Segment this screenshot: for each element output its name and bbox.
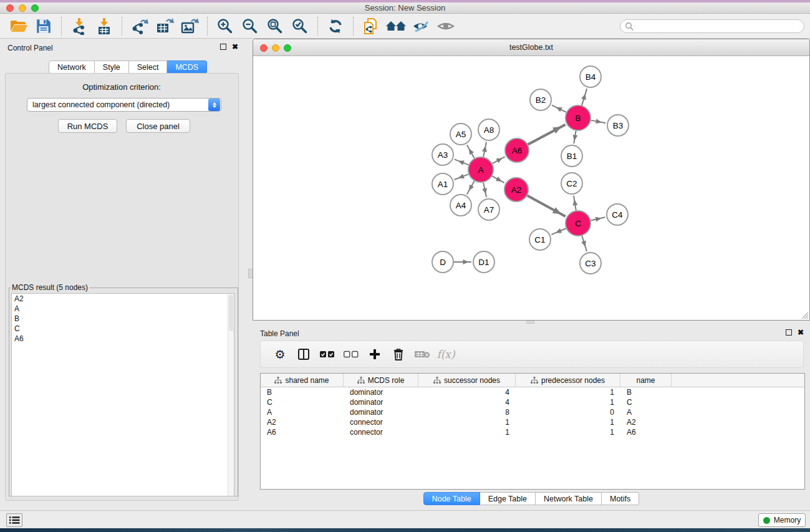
graph-node-label: A [478,165,483,175]
tab-motifs[interactable]: Motifs [602,492,639,505]
column-header-predecessor-nodes[interactable]: predecessor nodes [516,374,620,387]
table-cell[interactable]: A2 [620,417,672,427]
table-body: Bdominator41BCdominator41CAdominator80AA… [261,387,804,437]
close-panel-button[interactable]: Close panel [126,119,190,133]
mcds-result-list[interactable]: A2ABCA6 [11,293,234,496]
table-cell[interactable]: dominator [344,397,418,407]
column-header-MCDS-role[interactable]: MCDS role [344,374,418,387]
mcds-result-item[interactable]: C [12,324,234,334]
table-cell[interactable]: 1 [516,387,620,397]
save-icon[interactable] [33,16,54,37]
table-cell[interactable]: B [620,387,672,397]
table-row[interactable]: A2connector11A2 [261,417,804,427]
table-cell[interactable]: 1 [516,427,620,437]
search-field[interactable] [620,19,804,33]
tab-select[interactable]: Select [129,60,168,74]
delete-table-icon[interactable] [410,344,434,365]
toolbar-separator [353,17,354,36]
zoom-out-icon[interactable] [239,16,261,37]
import-table-icon[interactable] [94,16,115,37]
resize-grip-icon[interactable] [800,311,809,319]
add-row-icon[interactable] [363,344,387,365]
table-cell[interactable]: dominator [344,387,418,397]
export-table-icon[interactable] [154,16,175,37]
search-input[interactable] [634,21,804,32]
table-cell[interactable]: 1 [516,417,620,427]
export-image-icon[interactable] [179,16,200,37]
tab-network-table[interactable]: Network Table [536,492,602,505]
mcds-result-item[interactable]: A [12,304,234,314]
graph-node-label: A8 [484,125,494,135]
table-header-row: shared nameMCDS rolesuccessor nodesprede… [261,374,804,387]
scrollbar[interactable] [228,294,234,496]
homes-icon[interactable] [385,16,407,37]
task-history-button[interactable] [6,513,22,527]
network-graph[interactable]: B4B2BB3A5A8A6B1A3AC2A1A2A4A7C4CC1C3DD1 [253,57,809,320]
table-row[interactable]: Adominator80A [261,407,804,417]
show-column-icon[interactable] [292,344,316,365]
tab-node-table[interactable]: Node Table [423,492,480,505]
table-row[interactable]: Bdominator41B [261,387,804,397]
import-network-icon[interactable] [69,16,90,37]
mcds-result-item[interactable]: A6 [12,334,234,344]
table-cell[interactable]: C [620,397,672,407]
delete-row-icon[interactable] [387,344,410,365]
eye-visible-icon[interactable] [435,16,456,37]
table-cell[interactable]: A6 [261,427,344,437]
graph-node-label: A2 [511,185,522,195]
duplicate-network-icon[interactable] [360,16,382,37]
table-cell[interactable]: 4 [418,397,516,407]
float-panel-icon[interactable] [786,329,792,336]
column-header-successor-nodes[interactable]: successor nodes [418,374,516,387]
table-cell[interactable]: 1 [418,427,516,437]
column-header-shared-name[interactable]: shared name [261,374,344,387]
open-folder-icon[interactable] [8,16,29,37]
mcds-result-item[interactable]: B [12,314,234,324]
settings-gear-icon[interactable]: ⚙ [268,344,292,365]
table-row[interactable]: A6connector11A6 [261,427,804,437]
function-builder-icon[interactable]: f(x) [434,344,458,365]
table-cell[interactable]: 1 [418,417,516,427]
select-all-icon[interactable] [316,344,339,365]
table-cell[interactable]: 0 [516,407,620,417]
dropdown-stepper-icon [208,99,220,111]
close-panel-icon[interactable]: ✖ [232,44,238,50]
zoom-fit-icon[interactable] [264,16,286,37]
network-window-titlebar[interactable]: testGlobe.txt [253,39,809,56]
float-panel-icon[interactable] [220,44,226,50]
table-cell[interactable]: C [261,397,344,407]
network-window-title: testGlobe.txt [253,43,809,52]
refresh-icon[interactable] [325,16,346,37]
run-mcds-button[interactable]: Run MCDS [58,119,117,133]
table-cell[interactable]: B [261,387,344,397]
table-cell[interactable]: A [261,407,344,417]
table-cell[interactable]: 1 [516,397,620,407]
status-bar: Memory [0,510,810,528]
table-cell[interactable]: 8 [418,407,516,417]
network-canvas[interactable]: B4B2BB3A5A8A6B1A3AC2A1A2A4A7C4CC1C3DD1 [253,57,809,320]
column-header-name[interactable]: name [620,374,672,387]
tab-mcds[interactable]: MCDS [167,60,207,74]
table-cell[interactable]: A [620,407,672,417]
tab-network[interactable]: Network [49,60,95,74]
eye-hidden-icon[interactable] [410,16,432,37]
deselect-all-icon[interactable] [339,344,363,365]
table-cell[interactable]: connector [344,417,418,427]
tab-style[interactable]: Style [95,60,129,74]
tab-edge-table[interactable]: Edge Table [480,492,536,505]
table-row[interactable]: Cdominator41C [261,397,804,407]
close-panel-icon[interactable]: ✖ [798,329,804,336]
table-cell[interactable]: connector [344,427,418,437]
zoom-in-icon[interactable] [215,16,236,37]
table-cell[interactable]: 4 [418,387,516,397]
memory-button[interactable]: Memory [758,513,806,527]
table-cell[interactable]: A6 [620,427,672,437]
table-cell[interactable]: dominator [344,407,418,417]
graph-node-label: B2 [536,95,546,105]
table-cell[interactable]: A2 [261,417,344,427]
criterion-dropdown[interactable]: largest connected component (directed) [27,98,221,112]
zoom-selected-icon[interactable] [289,16,311,37]
export-network-icon[interactable] [129,16,150,37]
mcds-result-item[interactable]: A2 [12,294,234,304]
graph-edge-arrow [458,160,465,165]
